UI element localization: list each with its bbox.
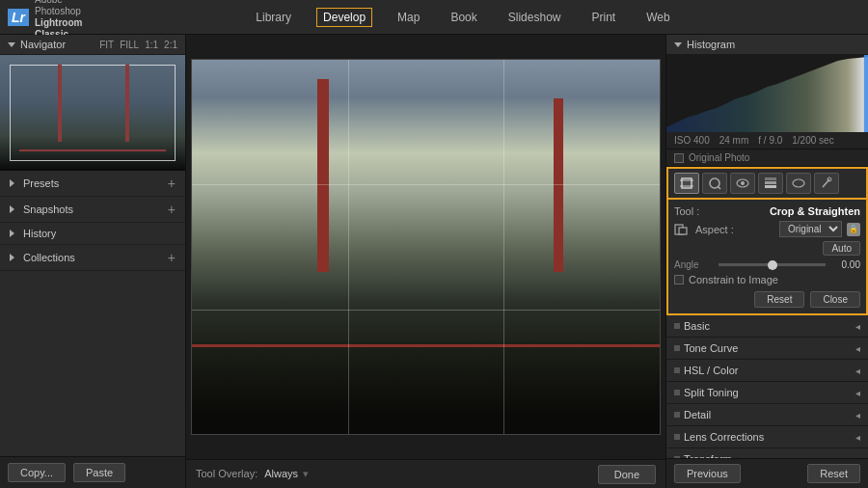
section-tone-curve[interactable]: Tone Curve ◂ [666,338,868,360]
hsl-label: HSL / Color [684,365,738,376]
angle-slider[interactable] [719,263,826,266]
golden-gate-image [192,60,660,434]
tool-overlay-label: Tool Overlay: Always ▾ [196,468,309,480]
focal-info: 24 mm [719,135,749,146]
history-collapse-icon [10,230,18,237]
tool-label-row: Tool : Crop & Straighten [674,205,860,217]
preview-image [0,55,185,171]
svg-point-12 [793,179,804,187]
aspect-lock-icon[interactable]: 🔒 [847,223,860,236]
histogram-title: Histogram [687,39,735,50]
nav-library[interactable]: Library [250,9,297,26]
original-photo-label: Original Photo [689,152,749,163]
tool-name: Crop & Straighten [770,205,860,217]
svg-rect-9 [765,177,776,180]
constrain-checkbox[interactable] [674,275,684,285]
detail-indicator [674,412,680,418]
adjustment-brush-tool-button[interactable] [814,173,839,194]
basic-indicator [674,323,680,329]
copy-button[interactable]: Copy... [8,463,66,482]
nav-slideshow[interactable]: Slideshow [502,9,567,26]
histogram-collapse-icon [674,42,682,47]
main-image [191,59,661,435]
navigator-header[interactable]: Navigator FIT FILL 1:1 2:1 [0,35,185,55]
radial-filter-tool-button[interactable] [786,173,811,194]
camera-info: ISO 400 24 mm f / 9.0 1/200 sec [666,132,868,149]
presets-add-icon[interactable]: + [168,176,176,191]
image-container[interactable] [186,35,665,459]
auto-button[interactable]: Auto [823,241,860,256]
paste-button[interactable]: Paste [73,463,125,482]
main-nav: Library Develop Map Book Slideshow Print… [58,8,868,27]
angle-value: 0.00 [831,259,860,270]
nav-develop[interactable]: Develop [316,8,372,27]
section-split-toning[interactable]: Split Toning ◂ [666,382,868,404]
section-basic[interactable]: Basic ◂ [666,315,868,338]
redeye-tool-button[interactable] [730,173,755,194]
navigator-collapse-icon [8,42,15,47]
navigator-section: Navigator FIT FILL 1:1 2:1 [0,35,185,171]
crop-action-buttons: Reset Close [674,291,860,308]
svg-rect-16 [679,228,687,234]
section-lens-corrections[interactable]: Lens Corrections ◂ [666,426,868,448]
done-button[interactable]: Done [598,465,656,484]
right-sections-container: Basic ◂ Tone Curve ◂ HSL / Color ◂ [666,315,868,458]
main-layout: Navigator FIT FILL 1:1 2:1 Presets [0,35,868,488]
tone-curve-indicator [674,345,680,351]
histogram-svg [666,55,868,132]
detail-arrow: ◂ [855,410,860,420]
histogram-header[interactable]: Histogram [666,35,868,55]
nav-print[interactable]: Print [585,9,621,26]
constrain-label: Constrain to Image [689,274,778,285]
nav-web[interactable]: Web [640,9,675,26]
angle-row: Angle 0.00 [674,259,860,270]
crop-tool-button[interactable] [674,173,699,194]
lens-arrow: ◂ [855,432,860,443]
reset-button[interactable]: Reset [807,464,860,483]
histogram-section: Histogram [666,35,868,167]
nav-map[interactable]: Map [392,9,425,26]
histogram-canvas [666,55,868,132]
sidebar-item-history[interactable]: History [0,223,185,245]
lens-indicator [674,434,680,440]
basic-label: Basic [684,320,710,332]
right-panel-bottom: Previous Reset [666,458,868,488]
section-detail[interactable]: Detail ◂ [666,404,868,426]
svg-marker-0 [666,57,868,132]
collections-add-icon[interactable]: + [168,250,176,265]
reset-crop-button[interactable]: Reset [754,291,804,308]
nav-book[interactable]: Book [445,9,482,26]
graduated-filter-tool-button[interactable] [758,173,783,194]
original-photo-row: Original Photo [666,149,868,167]
bottom-bar: Tool Overlay: Always ▾ Done [186,459,665,488]
spot-removal-tool-button[interactable] [702,173,727,194]
svg-line-6 [718,186,720,189]
tone-curve-label: Tone Curve [684,342,738,354]
tool-type-label: Tool : [674,205,699,217]
left-panel-bottom: Copy... Paste [0,456,185,488]
snapshots-add-icon[interactable]: + [168,202,176,217]
aspect-dropdown[interactable]: Original Custom 1x1 4x5 4x6 [779,221,842,237]
nav-1-1[interactable]: 1:1 [145,40,158,50]
nav-fill[interactable]: FILL [120,40,139,50]
previous-button[interactable]: Previous [674,464,741,483]
section-transform[interactable]: Transform ◂ [666,448,868,458]
original-photo-checkbox[interactable] [674,153,684,163]
svg-rect-1 [864,55,868,132]
sidebar-item-presets[interactable]: Presets + [0,171,185,197]
aspect-label: Aspect : [695,224,734,235]
nav-fit[interactable]: FIT [99,40,114,50]
nav-2-1[interactable]: 2:1 [164,40,177,50]
close-crop-button[interactable]: Close [810,291,860,308]
split-toning-indicator [674,390,680,395]
basic-arrow: ◂ [855,321,860,332]
sidebar-item-collections[interactable]: Collections + [0,245,185,271]
lens-label: Lens Corrections [684,431,764,443]
detail-label: Detail [684,409,711,420]
svg-rect-11 [765,185,776,188]
aspect-row: Aspect : Original Custom 1x1 4x5 4x6 🔒 [674,221,860,237]
sidebar-item-snapshots[interactable]: Snapshots + [0,197,185,223]
top-bar: Lr Adobe Photoshop Lightroom Classic Lib… [0,0,868,35]
section-hsl-color[interactable]: HSL / Color ◂ [666,360,868,382]
hsl-arrow: ◂ [855,366,860,376]
